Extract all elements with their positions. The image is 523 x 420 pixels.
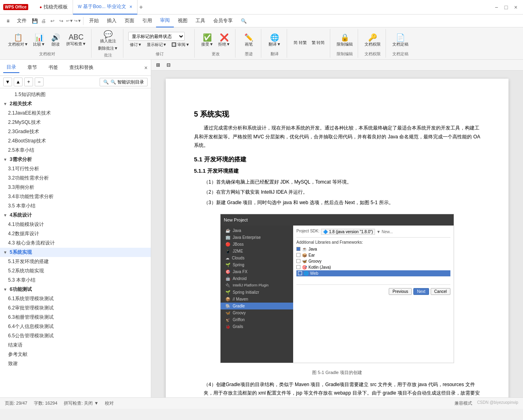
doc-close-btn[interactable]: × xyxy=(129,4,132,10)
maximize-button[interactable]: □ xyxy=(502,3,510,11)
lib-java: ☕ Java xyxy=(296,246,450,252)
toc-item-5-2[interactable]: 5.2系统功能实现 xyxy=(0,266,151,276)
undo-button[interactable]: ↩ xyxy=(48,17,56,25)
finalize-button[interactable]: 📄 文档定稿 xyxy=(391,32,410,48)
toc-item-4-3[interactable]: 4.3 核心业务流程设计 xyxy=(0,238,151,248)
toc-item-6-5[interactable]: 6.5公告管理模块测试 xyxy=(0,331,151,341)
toc-expand-button[interactable]: ▼ xyxy=(3,77,12,86)
menu-vip[interactable]: 会员专享 xyxy=(209,15,237,27)
toc-item-1-5[interactable]: 1.5知识结构图 xyxy=(0,90,151,99)
toc-item-2[interactable]: ▼ 2相关技术 xyxy=(0,99,151,109)
template-tab[interactable]: ● 找稳壳模板 xyxy=(35,0,73,15)
toc-item-2-4[interactable]: 2.4BootStrap技术 xyxy=(0,136,151,146)
print-button[interactable]: 🖨 xyxy=(40,17,48,25)
doc-check-button[interactable]: 📋 文档校对▼ xyxy=(6,32,30,48)
menu-search[interactable]: 🔍 xyxy=(237,15,251,27)
toc-item-2-1[interactable]: 2.1JavaEE相关技术 xyxy=(0,109,151,118)
menu-start[interactable]: 开始 xyxy=(85,15,103,27)
translate-button[interactable]: 🌐 翻译▼ xyxy=(267,32,282,48)
hamburger-icon[interactable]: ≡ xyxy=(3,16,13,26)
menu-review[interactable]: 审阅 xyxy=(156,15,174,27)
sidebar-close-button[interactable]: × xyxy=(144,65,148,71)
menu-file[interactable]: 文件 xyxy=(13,15,31,27)
delete-comment-button[interactable]: 删除批注▼ xyxy=(96,45,120,52)
doc-tab[interactable]: W 基于Boo... 毕业论文 × xyxy=(73,0,138,15)
ruler-toggle-button[interactable]: ⊞ xyxy=(154,61,162,69)
menu-page[interactable]: 页面 xyxy=(121,15,138,27)
toc-remove-button[interactable]: − xyxy=(35,77,44,86)
menu-tools[interactable]: 工具 xyxy=(192,15,209,27)
toc-item-3-1[interactable]: 3.1可行性分析 xyxy=(0,164,151,173)
comment-buttons: 💬 插入批注 删除批注▼ xyxy=(96,29,120,52)
toc-item-2-3[interactable]: 2.3Gradle技术 xyxy=(0,127,151,136)
toc-collapse-button[interactable]: ▲ xyxy=(14,77,23,86)
toc-item-3-5[interactable]: 3.5 本章小结 xyxy=(0,201,151,211)
view-mode-button[interactable]: ⊟ xyxy=(165,61,172,69)
insert-comment-button[interactable]: 💬 插入批注 xyxy=(96,29,120,44)
spell-check-button[interactable]: ABC 拼写检查▼ xyxy=(65,32,88,47)
minimize-button[interactable]: − xyxy=(492,3,500,11)
toc-item-conclusion[interactable]: 结束语 xyxy=(0,341,151,350)
menu-reference[interactable]: 引用 xyxy=(138,15,156,27)
track-mode-select[interactable]: 显示标记的最终状态 xyxy=(128,32,185,41)
toc-item-3-3[interactable]: 3.3用例分析 xyxy=(0,183,151,192)
next-button[interactable]: Next xyxy=(413,288,429,295)
previous-button[interactable]: Previous xyxy=(389,288,412,295)
toc-item-2-5[interactable]: 2.5本章小结 xyxy=(0,146,151,155)
spell-check-status[interactable]: 拼写检查: 关闭 ▼ xyxy=(64,400,98,406)
sidebar-content[interactable]: 1.5知识结构图 ▼ 2相关技术 2.1JavaEE相关技术 2.2MySQL技… xyxy=(0,88,151,397)
screenshot-item-intellij-plugin: 🔌 IntelliJ Platform Plugin xyxy=(221,282,293,289)
sidebar-tab-find[interactable]: 查找和替换 xyxy=(66,63,97,73)
screenshot-item-groovy: 🦋 Groovy xyxy=(221,309,293,316)
doc-permission-button[interactable]: 🔑 文档权限 xyxy=(363,32,382,48)
toc-item-5-1[interactable]: 5.1开发环境的搭建 xyxy=(0,257,151,266)
track-buttons: 显示标记的最终状态 修订▼ 显示标记▼ 🔲 审阅▼ xyxy=(128,29,192,50)
toc-item-4-2[interactable]: 4.2数据库设计 xyxy=(0,229,151,238)
toc-item-references[interactable]: 参考文献 xyxy=(0,350,151,359)
toc-item-6-3[interactable]: 6.3相册管理模块测试 xyxy=(0,313,151,322)
sidebar-tab-bookmark[interactable]: 书签 xyxy=(45,63,61,73)
search-icon: 🔍 xyxy=(103,79,109,85)
toc-toggle: ▼ xyxy=(3,102,8,106)
toc-item-6-1[interactable]: 6.1系统管理模块测试 xyxy=(0,294,151,303)
toc-item-5[interactable]: ▼ 5系统实现 xyxy=(0,248,151,257)
screenshot-item-android: 🤖 Android xyxy=(221,275,293,282)
toc-item-4-1[interactable]: 4.1功能模块设计 xyxy=(0,220,151,229)
toc-item-3-4[interactable]: 3.4非功能性需求分析 xyxy=(0,192,151,201)
pen-button[interactable]: ✏️ 画笔 xyxy=(242,32,256,48)
ink-label: 墨迹 xyxy=(245,51,253,58)
toc-add-button[interactable]: + xyxy=(24,77,33,86)
toc-item-6-4[interactable]: 6.4个人信息模块测试 xyxy=(0,322,151,331)
menu-view[interactable]: 视图 xyxy=(174,15,192,27)
new-tab-button[interactable]: + xyxy=(139,4,143,11)
review-pane-button[interactable]: 🔲 审阅▼ xyxy=(170,42,191,48)
toc-item-3-2[interactable]: 3.2功能性需求分析 xyxy=(0,173,151,183)
doc-area[interactable]: 5 系统实现 通过完成需求分析和系统设计，现在开始本系统的开发。通过各种比较，本… xyxy=(151,71,523,397)
redo-button[interactable]: ↪ xyxy=(57,17,65,25)
toc-item-3[interactable]: ▼ 3需求分析 xyxy=(0,155,151,164)
simp-to-trad-button[interactable]: 简 转繁 xyxy=(292,40,308,46)
trad-to-simp-button[interactable]: 繁 转简 xyxy=(310,40,327,46)
smart-toc-button[interactable]: 🔍 🔍 智能识别目录 xyxy=(100,78,148,86)
menu-insert[interactable]: 插入 xyxy=(103,15,121,27)
accept-button[interactable]: ✅ 接受▼ xyxy=(200,32,215,48)
toc-item-acknowledgement[interactable]: 致谢 xyxy=(0,359,151,368)
close-button[interactable]: × xyxy=(512,3,520,11)
toc-item-4[interactable]: ▼ 4系统设计 xyxy=(0,211,151,220)
compare-button[interactable]: 📊 比较▼ xyxy=(31,32,47,48)
save-button[interactable]: 💾 xyxy=(31,17,39,25)
toc-item-6-2[interactable]: 6.2审批管理模块测试 xyxy=(0,303,151,313)
restrict-edit-button[interactable]: 🔒 限制编辑 xyxy=(335,32,354,48)
sidebar-tab-chapter[interactable]: 章节 xyxy=(24,63,40,73)
cancel-button[interactable]: Cancel xyxy=(431,288,450,295)
reject-button[interactable]: ❌ 拒绝▼ xyxy=(217,32,232,48)
toc-item-6[interactable]: ▼ 6功能测试 xyxy=(0,285,151,294)
toc-item-2-2[interactable]: 2.2MySQL技术 xyxy=(0,118,151,127)
toc-item-5-3[interactable]: 5.3 本章小结 xyxy=(0,276,151,285)
read-button[interactable]: 🔊 朗读 xyxy=(48,32,63,48)
screenshot-item-java-ee: 🏢 Java Enterprise xyxy=(221,234,293,241)
sidebar-tab-toc[interactable]: 目录 xyxy=(3,62,19,73)
show-markup-button[interactable]: 显示标记▼ xyxy=(145,42,169,48)
track-changes-button[interactable]: 修订▼ xyxy=(128,42,144,48)
ribbon: 📋 文档校对▼ 📊 比较▼ 🔊 朗读 ABC 拼写检查▼ 文档校对 💬 xyxy=(0,27,523,60)
